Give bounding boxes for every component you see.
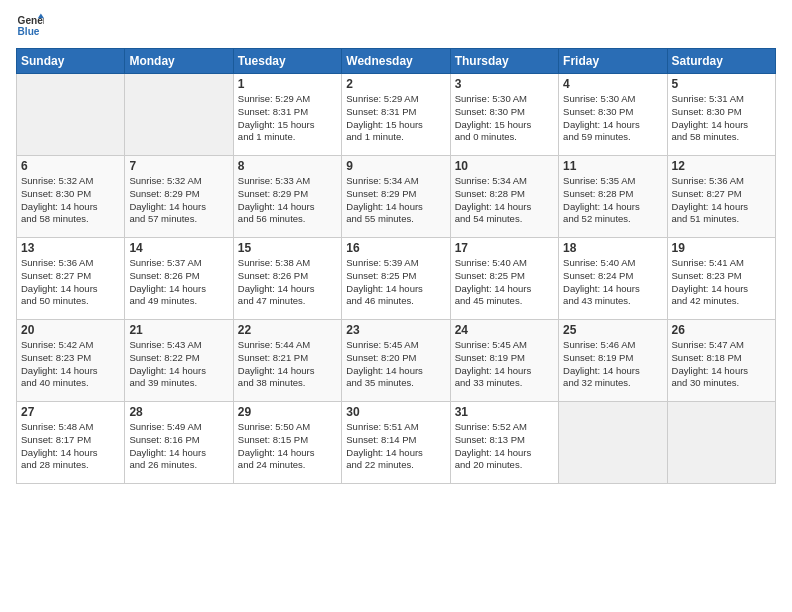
day-info: Sunrise: 5:29 AM Sunset: 8:31 PM Dayligh… xyxy=(346,93,445,144)
calendar-cell: 20Sunrise: 5:42 AM Sunset: 8:23 PM Dayli… xyxy=(17,320,125,402)
calendar-cell: 27Sunrise: 5:48 AM Sunset: 8:17 PM Dayli… xyxy=(17,402,125,484)
calendar-cell: 4Sunrise: 5:30 AM Sunset: 8:30 PM Daylig… xyxy=(559,74,667,156)
col-header-thursday: Thursday xyxy=(450,49,558,74)
calendar-cell: 10Sunrise: 5:34 AM Sunset: 8:28 PM Dayli… xyxy=(450,156,558,238)
day-info: Sunrise: 5:32 AM Sunset: 8:30 PM Dayligh… xyxy=(21,175,120,226)
logo-icon: General Blue xyxy=(16,12,44,40)
day-info: Sunrise: 5:46 AM Sunset: 8:19 PM Dayligh… xyxy=(563,339,662,390)
calendar-cell: 8Sunrise: 5:33 AM Sunset: 8:29 PM Daylig… xyxy=(233,156,341,238)
day-number: 27 xyxy=(21,405,120,419)
day-info: Sunrise: 5:48 AM Sunset: 8:17 PM Dayligh… xyxy=(21,421,120,472)
calendar-cell: 13Sunrise: 5:36 AM Sunset: 8:27 PM Dayli… xyxy=(17,238,125,320)
calendar-cell: 15Sunrise: 5:38 AM Sunset: 8:26 PM Dayli… xyxy=(233,238,341,320)
calendar-cell: 12Sunrise: 5:36 AM Sunset: 8:27 PM Dayli… xyxy=(667,156,775,238)
col-header-monday: Monday xyxy=(125,49,233,74)
day-number: 22 xyxy=(238,323,337,337)
day-info: Sunrise: 5:40 AM Sunset: 8:24 PM Dayligh… xyxy=(563,257,662,308)
day-number: 25 xyxy=(563,323,662,337)
day-number: 10 xyxy=(455,159,554,173)
calendar-table: SundayMondayTuesdayWednesdayThursdayFrid… xyxy=(16,48,776,484)
day-number: 31 xyxy=(455,405,554,419)
day-info: Sunrise: 5:47 AM Sunset: 8:18 PM Dayligh… xyxy=(672,339,771,390)
day-info: Sunrise: 5:36 AM Sunset: 8:27 PM Dayligh… xyxy=(21,257,120,308)
day-number: 15 xyxy=(238,241,337,255)
col-header-saturday: Saturday xyxy=(667,49,775,74)
calendar-cell: 6Sunrise: 5:32 AM Sunset: 8:30 PM Daylig… xyxy=(17,156,125,238)
day-number: 26 xyxy=(672,323,771,337)
day-number: 5 xyxy=(672,77,771,91)
day-number: 28 xyxy=(129,405,228,419)
day-number: 24 xyxy=(455,323,554,337)
day-number: 20 xyxy=(21,323,120,337)
day-info: Sunrise: 5:43 AM Sunset: 8:22 PM Dayligh… xyxy=(129,339,228,390)
day-info: Sunrise: 5:32 AM Sunset: 8:29 PM Dayligh… xyxy=(129,175,228,226)
col-header-sunday: Sunday xyxy=(17,49,125,74)
day-number: 3 xyxy=(455,77,554,91)
calendar-cell xyxy=(667,402,775,484)
day-info: Sunrise: 5:33 AM Sunset: 8:29 PM Dayligh… xyxy=(238,175,337,226)
calendar-cell: 22Sunrise: 5:44 AM Sunset: 8:21 PM Dayli… xyxy=(233,320,341,402)
svg-text:Blue: Blue xyxy=(18,26,40,37)
calendar-cell: 29Sunrise: 5:50 AM Sunset: 8:15 PM Dayli… xyxy=(233,402,341,484)
day-number: 17 xyxy=(455,241,554,255)
day-number: 16 xyxy=(346,241,445,255)
col-header-friday: Friday xyxy=(559,49,667,74)
day-info: Sunrise: 5:31 AM Sunset: 8:30 PM Dayligh… xyxy=(672,93,771,144)
day-number: 4 xyxy=(563,77,662,91)
day-info: Sunrise: 5:37 AM Sunset: 8:26 PM Dayligh… xyxy=(129,257,228,308)
day-number: 12 xyxy=(672,159,771,173)
day-info: Sunrise: 5:39 AM Sunset: 8:25 PM Dayligh… xyxy=(346,257,445,308)
calendar-cell: 16Sunrise: 5:39 AM Sunset: 8:25 PM Dayli… xyxy=(342,238,450,320)
day-number: 30 xyxy=(346,405,445,419)
calendar-cell xyxy=(125,74,233,156)
calendar-cell: 24Sunrise: 5:45 AM Sunset: 8:19 PM Dayli… xyxy=(450,320,558,402)
calendar-cell: 19Sunrise: 5:41 AM Sunset: 8:23 PM Dayli… xyxy=(667,238,775,320)
day-number: 7 xyxy=(129,159,228,173)
day-number: 6 xyxy=(21,159,120,173)
calendar-cell: 11Sunrise: 5:35 AM Sunset: 8:28 PM Dayli… xyxy=(559,156,667,238)
day-info: Sunrise: 5:34 AM Sunset: 8:28 PM Dayligh… xyxy=(455,175,554,226)
day-info: Sunrise: 5:38 AM Sunset: 8:26 PM Dayligh… xyxy=(238,257,337,308)
day-info: Sunrise: 5:29 AM Sunset: 8:31 PM Dayligh… xyxy=(238,93,337,144)
day-info: Sunrise: 5:45 AM Sunset: 8:20 PM Dayligh… xyxy=(346,339,445,390)
day-info: Sunrise: 5:35 AM Sunset: 8:28 PM Dayligh… xyxy=(563,175,662,226)
day-info: Sunrise: 5:36 AM Sunset: 8:27 PM Dayligh… xyxy=(672,175,771,226)
col-header-tuesday: Tuesday xyxy=(233,49,341,74)
calendar-cell: 14Sunrise: 5:37 AM Sunset: 8:26 PM Dayli… xyxy=(125,238,233,320)
day-info: Sunrise: 5:41 AM Sunset: 8:23 PM Dayligh… xyxy=(672,257,771,308)
day-number: 29 xyxy=(238,405,337,419)
day-info: Sunrise: 5:49 AM Sunset: 8:16 PM Dayligh… xyxy=(129,421,228,472)
calendar-cell: 2Sunrise: 5:29 AM Sunset: 8:31 PM Daylig… xyxy=(342,74,450,156)
calendar-cell: 25Sunrise: 5:46 AM Sunset: 8:19 PM Dayli… xyxy=(559,320,667,402)
calendar-cell: 17Sunrise: 5:40 AM Sunset: 8:25 PM Dayli… xyxy=(450,238,558,320)
day-number: 14 xyxy=(129,241,228,255)
day-number: 2 xyxy=(346,77,445,91)
day-number: 19 xyxy=(672,241,771,255)
calendar-cell: 1Sunrise: 5:29 AM Sunset: 8:31 PM Daylig… xyxy=(233,74,341,156)
day-info: Sunrise: 5:45 AM Sunset: 8:19 PM Dayligh… xyxy=(455,339,554,390)
day-info: Sunrise: 5:30 AM Sunset: 8:30 PM Dayligh… xyxy=(455,93,554,144)
day-info: Sunrise: 5:50 AM Sunset: 8:15 PM Dayligh… xyxy=(238,421,337,472)
day-info: Sunrise: 5:42 AM Sunset: 8:23 PM Dayligh… xyxy=(21,339,120,390)
day-number: 8 xyxy=(238,159,337,173)
day-info: Sunrise: 5:51 AM Sunset: 8:14 PM Dayligh… xyxy=(346,421,445,472)
day-number: 21 xyxy=(129,323,228,337)
day-number: 13 xyxy=(21,241,120,255)
calendar-cell: 5Sunrise: 5:31 AM Sunset: 8:30 PM Daylig… xyxy=(667,74,775,156)
calendar-cell: 9Sunrise: 5:34 AM Sunset: 8:29 PM Daylig… xyxy=(342,156,450,238)
calendar-cell: 28Sunrise: 5:49 AM Sunset: 8:16 PM Dayli… xyxy=(125,402,233,484)
calendar-cell: 21Sunrise: 5:43 AM Sunset: 8:22 PM Dayli… xyxy=(125,320,233,402)
day-info: Sunrise: 5:34 AM Sunset: 8:29 PM Dayligh… xyxy=(346,175,445,226)
calendar-cell: 30Sunrise: 5:51 AM Sunset: 8:14 PM Dayli… xyxy=(342,402,450,484)
calendar-cell xyxy=(17,74,125,156)
day-number: 18 xyxy=(563,241,662,255)
calendar-cell: 7Sunrise: 5:32 AM Sunset: 8:29 PM Daylig… xyxy=(125,156,233,238)
calendar-cell: 3Sunrise: 5:30 AM Sunset: 8:30 PM Daylig… xyxy=(450,74,558,156)
day-number: 9 xyxy=(346,159,445,173)
day-info: Sunrise: 5:40 AM Sunset: 8:25 PM Dayligh… xyxy=(455,257,554,308)
day-info: Sunrise: 5:52 AM Sunset: 8:13 PM Dayligh… xyxy=(455,421,554,472)
day-info: Sunrise: 5:30 AM Sunset: 8:30 PM Dayligh… xyxy=(563,93,662,144)
header: General Blue xyxy=(16,12,776,40)
day-number: 1 xyxy=(238,77,337,91)
day-info: Sunrise: 5:44 AM Sunset: 8:21 PM Dayligh… xyxy=(238,339,337,390)
